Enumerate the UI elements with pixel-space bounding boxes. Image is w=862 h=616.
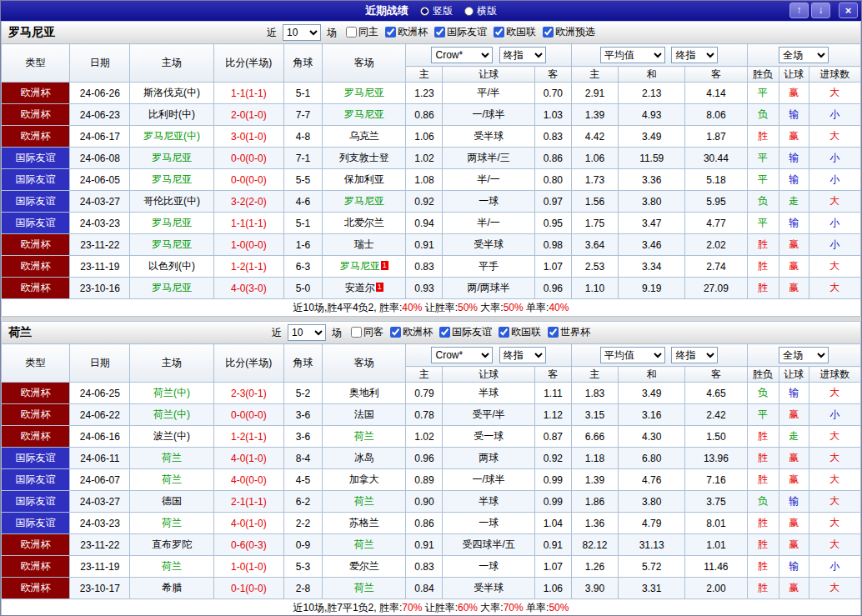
- corner-cell: 0-9: [283, 534, 322, 556]
- summary-line: 近10场,胜7平1负2, 胜率:70% 让胜率:60% 大率:70% 单率:50…: [1, 599, 861, 616]
- date-cell: 23-11-22: [70, 534, 130, 556]
- scope-select[interactable]: 全场: [779, 47, 829, 63]
- filter-同主[interactable]: 同主: [346, 25, 378, 39]
- col-header-away: 客场: [323, 344, 406, 383]
- score-cell: 4-0(0-0): [213, 469, 283, 491]
- match-count-select[interactable]: 10: [283, 24, 321, 41]
- filter-checkbox[interactable]: [543, 27, 554, 38]
- league-cell: 欧洲杯: [2, 383, 70, 404]
- asian-away-odds-cell: 1.03: [534, 104, 571, 126]
- goals-result-cell: 大: [809, 578, 860, 599]
- average-odds-select[interactable]: 平均值: [600, 347, 665, 363]
- handicap-result-cell: 走: [779, 191, 809, 213]
- date-cell: 24-03-27: [70, 491, 130, 513]
- filter-checkbox[interactable]: [346, 27, 357, 38]
- matches-label: 场: [327, 26, 337, 40]
- goals-result-cell: 小: [809, 148, 860, 169]
- match-row: 国际友谊24-06-08罗马尼亚0-0(0-0)7-1列支敦士登1.02两球半/…: [2, 148, 861, 169]
- filter-欧国联[interactable]: 欧国联: [494, 25, 536, 39]
- home-team-cell: 比利时(中): [130, 104, 213, 126]
- asian-away-odds-cell: 0.83: [534, 126, 571, 148]
- filter-国际友谊[interactable]: 国际友谊: [434, 25, 487, 39]
- team-label: 荷兰: [162, 452, 182, 463]
- league-filters: 同主欧洲杯国际友谊欧国联欧洲预选: [339, 25, 595, 40]
- team-section-netherlands: 荷兰 近 10 场 同客欧洲杯国际友谊欧国联世界杯 类型 日期 主场 比分(: [1, 321, 861, 616]
- odds-stage-select[interactable]: 终指: [499, 347, 546, 363]
- result-cell: 胜: [747, 426, 779, 448]
- vertical-radio-label: 竖版: [433, 4, 453, 18]
- date-cell: 24-06-17: [70, 126, 130, 148]
- match-row: 国际友谊24-03-23荷兰4-0(1-0)2-2苏格兰0.86一球1.041.…: [2, 513, 861, 534]
- vertical-radio-input[interactable]: [420, 7, 429, 16]
- filter-checkbox[interactable]: [494, 27, 504, 38]
- handicap-cell: 两球半/三: [443, 148, 534, 169]
- odds-stage-select-2[interactable]: 终指: [671, 47, 718, 63]
- average-odds-select[interactable]: 平均值: [600, 47, 665, 63]
- scope-select[interactable]: 全场: [779, 347, 829, 363]
- odds-stage-select-2[interactable]: 终指: [671, 347, 718, 363]
- date-cell: 24-03-23: [70, 513, 130, 534]
- euro-draw-odds-cell: 3.34: [619, 256, 685, 278]
- match-count-select[interactable]: 10: [288, 324, 326, 341]
- filter-checkbox[interactable]: [351, 327, 362, 338]
- team-label: 罗马尼亚(中): [143, 130, 200, 142]
- team-label: 加拿大: [349, 473, 379, 485]
- home-team-cell: 荷兰: [130, 448, 213, 469]
- result-cell: 胜: [747, 513, 779, 534]
- team-name: 荷兰: [8, 325, 32, 340]
- handicap-cell: 受半球: [443, 126, 534, 148]
- filter-checkbox[interactable]: [439, 327, 450, 338]
- filter-同客[interactable]: 同客: [351, 325, 383, 339]
- bookmaker-select[interactable]: Crow*: [431, 47, 493, 63]
- handicap-cell: 一球: [443, 513, 534, 534]
- result-group: 全场: [747, 344, 860, 367]
- score-cell: 2-3(0-1): [213, 383, 283, 404]
- filter-checkbox[interactable]: [434, 27, 445, 38]
- result-cell: 负: [747, 491, 779, 513]
- col-header-goals: 进球数: [809, 67, 860, 83]
- col-header-result: 胜负: [747, 367, 779, 383]
- euro-home-odds-cell: 1.86: [571, 491, 618, 513]
- filter-checkbox[interactable]: [499, 327, 509, 338]
- asian-away-odds-cell: 1.06: [534, 578, 571, 599]
- filter-世界杯[interactable]: 世界杯: [548, 325, 590, 339]
- layout-radio-horizontal[interactable]: 横版: [464, 4, 497, 18]
- score-cell: 1-0(1-0): [213, 556, 283, 578]
- summary-segment: 大率:: [478, 302, 504, 313]
- col-header-corner: 角球: [283, 344, 322, 383]
- move-up-icon[interactable]: ↑: [789, 3, 809, 18]
- filter-checkbox[interactable]: [390, 327, 401, 338]
- odds-stage-select[interactable]: 终指: [499, 47, 546, 63]
- euro-draw-odds-cell: 6.80: [619, 448, 685, 469]
- home-team-cell: 荷兰: [130, 469, 213, 491]
- filter-checkbox[interactable]: [385, 27, 396, 38]
- league-cell: 欧洲杯: [2, 404, 70, 426]
- corner-cell: 4-8: [283, 126, 322, 148]
- col-header-handicap-result: 让球: [779, 367, 809, 383]
- home-team-cell: 荷兰(中): [130, 404, 213, 426]
- team-label: 罗马尼亚: [152, 152, 192, 163]
- filter-欧国联[interactable]: 欧国联: [499, 325, 541, 339]
- move-down-icon[interactable]: ↓: [811, 3, 830, 18]
- filter-国际友谊[interactable]: 国际友谊: [439, 325, 492, 339]
- asian-home-odds-cell: 0.89: [406, 469, 443, 491]
- filter-欧洲预选[interactable]: 欧洲预选: [543, 25, 595, 39]
- league-cell: 欧洲杯: [2, 278, 70, 299]
- close-icon[interactable]: ×: [839, 3, 858, 18]
- euro-away-odds-cell: 1.01: [685, 534, 747, 556]
- handicap-result-cell: 赢: [779, 126, 809, 148]
- bookmaker-select[interactable]: Crow*: [431, 347, 493, 363]
- layout-radio-vertical[interactable]: 竖版: [420, 4, 453, 18]
- euro-draw-odds-cell: 4.30: [619, 426, 685, 448]
- score-cell: 3-0(1-0): [213, 126, 283, 148]
- score-cell: 2-1(1-1): [213, 491, 283, 513]
- euro-away-odds-cell: 8.06: [685, 104, 747, 126]
- goals-result-cell: 大: [809, 83, 860, 104]
- team-label: 列支敦士登: [339, 152, 389, 163]
- filter-checkbox[interactable]: [548, 327, 559, 338]
- asian-odds-group: Crow* 终指: [406, 44, 572, 67]
- filter-欧洲杯[interactable]: 欧洲杯: [390, 325, 433, 339]
- filter-欧洲杯[interactable]: 欧洲杯: [385, 25, 428, 39]
- horizontal-radio-input[interactable]: [464, 7, 474, 16]
- handicap-result-cell: 输: [779, 491, 809, 513]
